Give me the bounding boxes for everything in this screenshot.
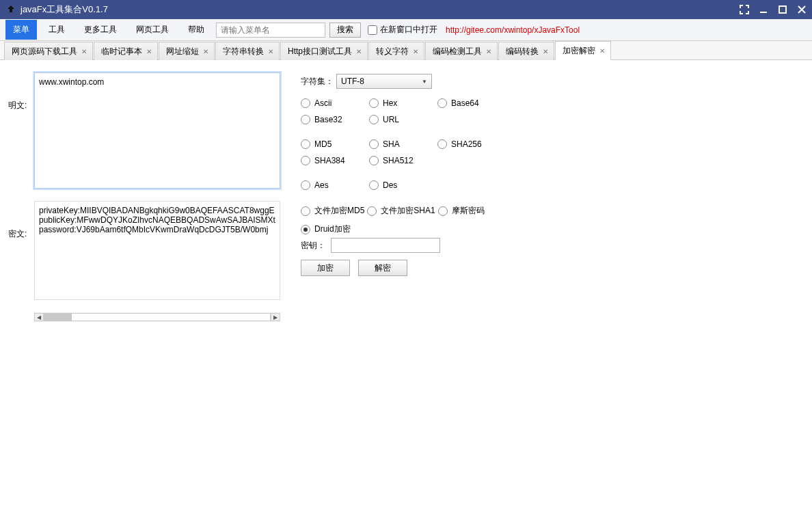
radio-label: Ascii bbox=[314, 98, 331, 108]
radio-icon bbox=[301, 225, 310, 234]
tab-label: 转义字符 bbox=[376, 46, 409, 57]
menu-web-tools[interactable]: 网页工具 bbox=[128, 20, 176, 40]
tab-7[interactable]: 编码转换✕ bbox=[498, 42, 554, 60]
radio-url[interactable]: URL bbox=[369, 115, 437, 124]
radio-sha[interactable]: SHA bbox=[369, 139, 437, 149]
radio-icon bbox=[369, 156, 379, 165]
left-panel: 明文: 密文: ◀ ▶ bbox=[8, 72, 288, 322]
menubar: 菜单 工具 更多工具 网页工具 帮助 搜索 在新窗口中打开 http://git… bbox=[0, 19, 812, 41]
app-icon bbox=[5, 4, 16, 15]
radio-摩斯密码[interactable]: 摩斯密码 bbox=[438, 205, 485, 217]
radio-icon bbox=[301, 115, 310, 124]
key-input[interactable] bbox=[331, 238, 440, 253]
tab-label: 编码转换 bbox=[506, 46, 539, 57]
tab-close-icon[interactable]: ✕ bbox=[81, 48, 87, 55]
cipher-text-output[interactable] bbox=[34, 201, 280, 300]
radio-label: Base64 bbox=[451, 98, 479, 108]
radio-druid加密[interactable]: Druid加密 bbox=[301, 223, 804, 235]
radio-label: URL bbox=[383, 115, 399, 124]
tab-close-icon[interactable]: ✕ bbox=[543, 48, 548, 55]
menu-help[interactable]: 帮助 bbox=[180, 20, 212, 40]
radio-base64[interactable]: Base64 bbox=[437, 98, 506, 108]
radio-文件加密md5[interactable]: 文件加密MD5 bbox=[301, 205, 364, 217]
menu-main[interactable]: 菜单 bbox=[5, 20, 37, 40]
radio-sha512[interactable]: SHA512 bbox=[369, 156, 437, 165]
open-new-window-label: 在新窗口中打开 bbox=[380, 24, 437, 36]
tab-label: Http接口测试工具 bbox=[288, 46, 352, 57]
titlebar: javaFx工具集合V0.1.7 bbox=[0, 0, 812, 19]
radio-label: Base32 bbox=[314, 115, 342, 124]
content: 明文: 密文: ◀ ▶ 字符集： UTF-8 ▼ AsciiHexBase64B… bbox=[0, 60, 812, 330]
tab-close-icon[interactable]: ✕ bbox=[268, 48, 273, 55]
tab-6[interactable]: 编码检测工具✕ bbox=[425, 42, 498, 60]
tab-0[interactable]: 网页源码下载工具✕ bbox=[4, 42, 93, 60]
tab-label: 编码检测工具 bbox=[433, 46, 482, 57]
tab-3[interactable]: 字符串转换✕ bbox=[215, 42, 280, 60]
scroll-thumb[interactable] bbox=[44, 314, 72, 321]
search-button[interactable]: 搜索 bbox=[329, 23, 361, 38]
tab-2[interactable]: 网址缩短✕ bbox=[159, 42, 215, 60]
tab-label: 字符串转换 bbox=[223, 46, 264, 57]
menu-tools[interactable]: 工具 bbox=[41, 20, 72, 40]
right-panel: 字符集： UTF-8 ▼ AsciiHexBase64Base32URL MD5… bbox=[301, 72, 804, 322]
radio-label: 文件加密SHA1 bbox=[381, 205, 435, 217]
radio-icon bbox=[369, 180, 379, 190]
search-input[interactable] bbox=[216, 23, 325, 38]
radio-label: 文件加密MD5 bbox=[314, 205, 364, 217]
tab-label: 网页源码下载工具 bbox=[12, 46, 77, 57]
tab-close-icon[interactable]: ✕ bbox=[599, 47, 605, 55]
tab-5[interactable]: 转义字符✕ bbox=[368, 42, 424, 60]
radio-label: SHA384 bbox=[314, 156, 345, 165]
radio-icon bbox=[369, 98, 379, 108]
cipher-scrollbar[interactable]: ◀ ▶ bbox=[34, 312, 280, 322]
radio-des[interactable]: Des bbox=[369, 180, 437, 190]
radio-label: Druid加密 bbox=[314, 223, 351, 235]
radio-icon bbox=[369, 115, 379, 124]
radio-icon bbox=[301, 206, 310, 216]
encrypt-button[interactable]: 加密 bbox=[301, 260, 350, 276]
radio-label: SHA512 bbox=[383, 156, 414, 165]
svg-rect-0 bbox=[779, 6, 786, 13]
radio-aes[interactable]: Aes bbox=[301, 180, 369, 190]
project-link[interactable]: http://gitee.com/xwintop/xJavaFxTool bbox=[446, 25, 580, 35]
radio-文件加密sha1[interactable]: 文件加密SHA1 bbox=[367, 205, 435, 217]
radio-base32[interactable]: Base32 bbox=[301, 115, 369, 124]
charset-combo[interactable]: UTF-8 ▼ bbox=[336, 74, 432, 89]
chevron-down-icon: ▼ bbox=[422, 79, 427, 85]
tab-1[interactable]: 临时记事本✕ bbox=[94, 42, 158, 60]
radio-md5[interactable]: MD5 bbox=[301, 139, 369, 149]
tab-close-icon[interactable]: ✕ bbox=[356, 48, 362, 55]
scroll-right-icon[interactable]: ▶ bbox=[271, 313, 280, 321]
radio-icon bbox=[437, 139, 447, 149]
menu-more-tools[interactable]: 更多工具 bbox=[77, 20, 124, 40]
window-title: javaFx工具集合V0.1.7 bbox=[21, 3, 740, 16]
radio-sha384[interactable]: SHA384 bbox=[301, 156, 369, 165]
radio-sha256[interactable]: SHA256 bbox=[437, 139, 506, 149]
radio-label: Aes bbox=[314, 180, 329, 190]
radio-ascii[interactable]: Ascii bbox=[301, 98, 369, 108]
minimize-icon[interactable] bbox=[759, 5, 768, 14]
open-new-window-checkbox[interactable]: 在新窗口中打开 bbox=[368, 24, 437, 36]
fullscreen-icon[interactable] bbox=[740, 5, 749, 14]
radio-icon bbox=[301, 98, 310, 108]
tab-close-icon[interactable]: ✕ bbox=[203, 48, 208, 55]
cipher-label: 密文: bbox=[8, 201, 34, 240]
tab-4[interactable]: Http接口测试工具✕ bbox=[280, 42, 368, 60]
plain-label: 明文: bbox=[8, 72, 34, 111]
tab-close-icon[interactable]: ✕ bbox=[146, 48, 152, 55]
radio-label: 摩斯密码 bbox=[452, 205, 485, 217]
radio-hex[interactable]: Hex bbox=[369, 98, 437, 108]
plain-text-input[interactable] bbox=[34, 72, 280, 189]
maximize-icon[interactable] bbox=[778, 5, 787, 14]
key-label: 密钥： bbox=[301, 240, 325, 251]
open-new-window-input[interactable] bbox=[368, 25, 377, 35]
radio-icon bbox=[437, 98, 447, 108]
decrypt-button[interactable]: 解密 bbox=[358, 260, 407, 276]
close-icon[interactable] bbox=[797, 5, 807, 14]
radio-icon bbox=[438, 206, 448, 216]
tab-close-icon[interactable]: ✕ bbox=[486, 48, 491, 55]
tab-8[interactable]: 加密解密✕ bbox=[555, 41, 611, 60]
scroll-track[interactable] bbox=[44, 313, 271, 321]
scroll-left-icon[interactable]: ◀ bbox=[34, 313, 44, 321]
tab-close-icon[interactable]: ✕ bbox=[413, 48, 418, 55]
